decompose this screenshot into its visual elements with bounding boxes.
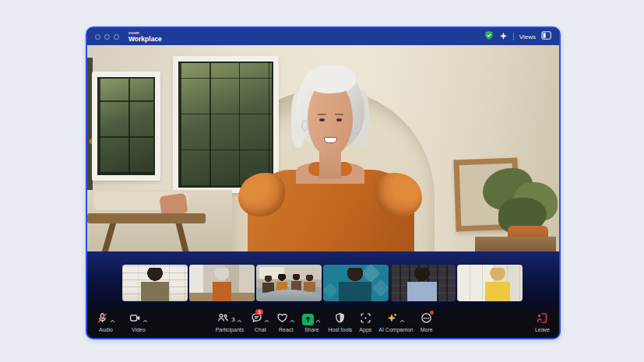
leave-label: Leave bbox=[535, 327, 550, 332]
chevron-up-icon[interactable] bbox=[290, 312, 295, 326]
ai-sparkle-icon[interactable] bbox=[499, 30, 508, 44]
participant-thumbnail[interactable] bbox=[457, 265, 523, 301]
leave-meeting-icon bbox=[537, 312, 548, 327]
chevron-up-icon[interactable] bbox=[143, 312, 148, 326]
audio-button[interactable]: Audio bbox=[97, 313, 115, 332]
titlebar: zoom Workplace Views bbox=[87, 28, 559, 45]
close-button[interactable] bbox=[95, 34, 100, 40]
speaker-eye bbox=[319, 118, 325, 121]
react-button[interactable]: React bbox=[276, 313, 295, 332]
participants-count: 3 bbox=[231, 316, 234, 323]
meeting-toolbar: Audio Video bbox=[87, 308, 559, 338]
chevron-up-icon[interactable] bbox=[399, 312, 405, 326]
more-label: More bbox=[421, 327, 433, 332]
participants-icon bbox=[217, 312, 229, 327]
zoom-meeting-window: zoom Workplace Views bbox=[86, 26, 561, 339]
views-layout-icon[interactable] bbox=[541, 30, 551, 44]
views-button-label[interactable]: Views bbox=[519, 33, 536, 40]
ai-companion-sparkle-icon bbox=[386, 312, 398, 327]
chat-button[interactable]: 3 Chat bbox=[251, 313, 269, 332]
titlebar-divider bbox=[513, 33, 514, 40]
brand-zoom-label: zoom bbox=[128, 31, 162, 35]
app-brand: zoom Workplace bbox=[128, 31, 162, 43]
chat-bubble-icon: 3 bbox=[251, 312, 262, 327]
more-ellipsis-icon bbox=[421, 312, 432, 327]
chevron-up-icon[interactable] bbox=[315, 312, 321, 326]
participant-thumbnail[interactable] bbox=[390, 265, 456, 301]
minimize-button[interactable] bbox=[104, 34, 110, 40]
chevron-up-icon[interactable] bbox=[264, 312, 269, 326]
sideboard bbox=[475, 237, 556, 251]
leave-button[interactable]: Leave bbox=[535, 313, 550, 332]
participants-filmstrip bbox=[87, 251, 559, 308]
camera-icon bbox=[129, 312, 141, 327]
participants-label: Participants bbox=[216, 327, 245, 332]
participant-thumbnail[interactable] bbox=[323, 265, 389, 301]
shield-icon bbox=[334, 312, 346, 327]
apps-button[interactable]: Apps bbox=[359, 313, 371, 332]
participants-button[interactable]: 3 Participants bbox=[216, 313, 245, 332]
apps-label: Apps bbox=[359, 327, 371, 332]
brand-product-label: Workplace bbox=[128, 36, 162, 43]
participant-thumbnail[interactable] bbox=[189, 265, 255, 301]
hoop-earring bbox=[353, 120, 360, 132]
hoop-earring bbox=[301, 120, 308, 132]
share-screen-icon bbox=[302, 314, 314, 325]
chat-label: Chat bbox=[255, 327, 266, 332]
fullscreen-button[interactable] bbox=[114, 34, 119, 40]
audio-label: Audio bbox=[99, 327, 113, 332]
heart-icon bbox=[276, 312, 288, 327]
desktop-background: zoom Workplace Views bbox=[0, 0, 644, 362]
video-button[interactable]: Video bbox=[129, 313, 148, 332]
chat-unread-badge: 3 bbox=[255, 309, 263, 315]
share-button[interactable]: Share bbox=[302, 313, 321, 332]
more-notification-dot bbox=[430, 311, 434, 315]
host-tools-button[interactable]: Host tools bbox=[328, 313, 352, 332]
participant-thumbnail[interactable] bbox=[122, 265, 188, 301]
microphone-muted-icon bbox=[97, 312, 108, 327]
speaker-smile bbox=[324, 137, 337, 143]
react-label: React bbox=[279, 327, 293, 332]
host-tools-label: Host tools bbox=[328, 327, 352, 332]
share-label: Share bbox=[304, 327, 319, 332]
participant-thumbnail[interactable] bbox=[256, 265, 322, 301]
speaker-eye bbox=[336, 118, 342, 121]
wood-table bbox=[87, 213, 206, 223]
video-label: Video bbox=[132, 327, 146, 332]
active-speaker-video[interactable] bbox=[87, 45, 559, 251]
meeting-security-shield-icon[interactable] bbox=[484, 30, 494, 44]
chevron-up-icon[interactable] bbox=[237, 312, 242, 326]
chevron-up-icon[interactable] bbox=[110, 312, 115, 326]
apps-icon bbox=[360, 312, 371, 327]
ai-companion-button[interactable]: AI Companion bbox=[378, 313, 413, 332]
traffic-lights bbox=[95, 34, 119, 40]
ai-companion-label: AI Companion bbox=[378, 327, 413, 332]
more-button[interactable]: More bbox=[421, 313, 433, 332]
window-left bbox=[92, 72, 160, 181]
